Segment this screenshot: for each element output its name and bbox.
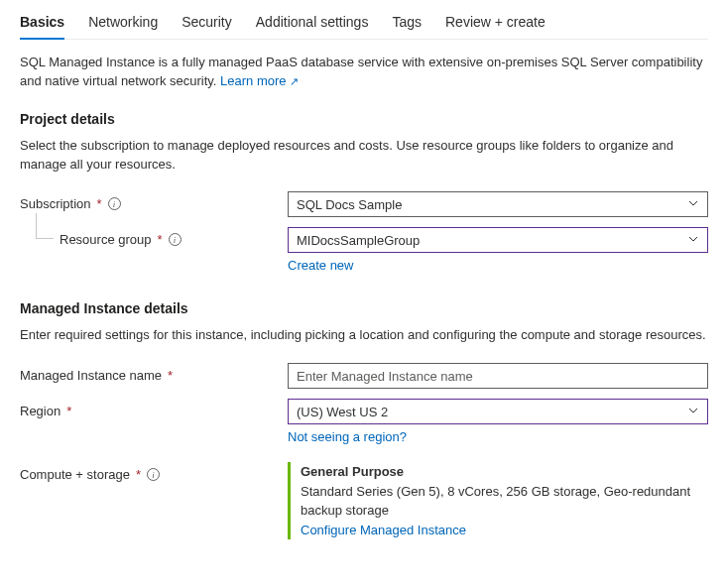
subscription-label: Subscription * i [20, 191, 288, 211]
project-details-desc: Select the subscription to manage deploy… [20, 137, 708, 175]
subscription-select[interactable]: SQL Docs Sample [288, 191, 708, 217]
resource-group-label-text: Resource group [60, 232, 152, 247]
tab-networking[interactable]: Networking [88, 8, 158, 40]
compute-storage-label-text: Compute + storage [20, 467, 130, 482]
region-label-text: Region [20, 404, 61, 418]
tab-tags[interactable]: Tags [392, 8, 422, 40]
required-indicator: * [66, 404, 71, 418]
instance-name-label: Managed Instance name * [20, 363, 288, 383]
region-help-link[interactable]: Not seeing a region? [288, 429, 407, 444]
tabs-bar: Basics Networking Security Additional se… [20, 8, 708, 40]
region-label: Region * [20, 399, 288, 418]
required-indicator: * [97, 196, 102, 211]
intro-text: SQL Managed Instance is a fully managed … [20, 54, 708, 91]
resource-group-select[interactable]: MIDocsSampleGroup [288, 227, 708, 253]
region-select[interactable]: (US) West US 2 [288, 399, 708, 424]
configure-managed-instance-link[interactable]: Configure Managed Instance [301, 523, 466, 537]
required-indicator: * [158, 232, 163, 247]
required-indicator: * [136, 467, 141, 482]
tab-basics[interactable]: Basics [20, 8, 64, 40]
resource-group-label: Resource group * i [20, 227, 288, 247]
project-details-heading: Project details [20, 111, 708, 127]
intro-text-body: SQL Managed Instance is a fully managed … [20, 55, 702, 88]
info-icon[interactable]: i [169, 233, 182, 246]
compute-detail-text: Standard Series (Gen 5), 8 vCores, 256 G… [301, 482, 708, 521]
info-icon[interactable]: i [147, 468, 160, 481]
resource-group-value: MIDocsSampleGroup [297, 233, 420, 248]
tab-security[interactable]: Security [182, 8, 232, 40]
tab-review-create[interactable]: Review + create [445, 8, 546, 40]
instance-name-input-wrap [288, 363, 708, 389]
region-value: (US) West US 2 [297, 405, 388, 419]
learn-more-link[interactable]: Learn more [220, 73, 299, 88]
compute-storage-summary: General Purpose Standard Series (Gen 5),… [288, 462, 708, 539]
chevron-down-icon [687, 405, 699, 419]
indent-connector [36, 213, 54, 239]
tab-additional-settings[interactable]: Additional settings [256, 8, 369, 40]
subscription-label-text: Subscription [20, 196, 91, 211]
chevron-down-icon [687, 197, 699, 212]
instance-name-label-text: Managed Instance name [20, 368, 162, 383]
compute-storage-label: Compute + storage * i [20, 462, 288, 482]
instance-name-input[interactable] [297, 369, 699, 384]
subscription-value: SQL Docs Sample [297, 197, 402, 212]
chevron-down-icon [687, 233, 699, 248]
compute-tier-title: General Purpose [301, 462, 708, 482]
required-indicator: * [168, 368, 173, 383]
managed-instance-desc: Enter required settings for this instanc… [20, 326, 708, 345]
info-icon[interactable]: i [108, 197, 121, 210]
create-new-link[interactable]: Create new [288, 258, 353, 273]
managed-instance-heading: Managed Instance details [20, 300, 708, 316]
